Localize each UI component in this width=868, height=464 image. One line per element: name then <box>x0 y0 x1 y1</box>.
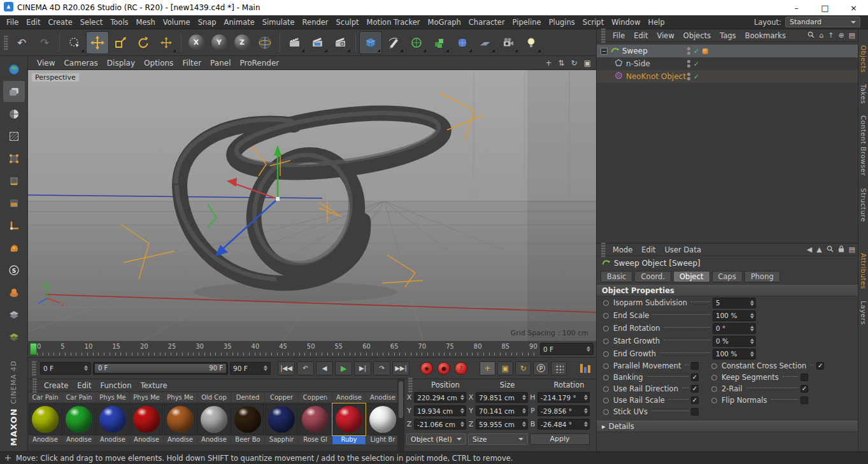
menu-mesh[interactable]: Mesh <box>132 18 159 27</box>
size-x-field[interactable]: 79.851 cm <box>476 392 528 403</box>
position-y-field[interactable]: 19.934 cm <box>414 405 466 416</box>
am-menu-edit[interactable]: Edit <box>637 245 659 254</box>
menu-help[interactable]: Help <box>644 18 669 27</box>
om-menu-edit[interactable]: Edit <box>630 31 651 40</box>
banking-checkbox[interactable]: ✓ <box>691 373 699 381</box>
details-expander[interactable]: ▸Details <box>597 421 858 432</box>
goto-end-button[interactable]: ▶▶| <box>392 361 409 375</box>
am-menu-userdata[interactable]: User Data <box>661 245 705 254</box>
menu-character[interactable]: Character <box>465 18 509 27</box>
am-menu-mode[interactable]: Mode <box>609 245 636 254</box>
timeline-playhead[interactable] <box>30 343 37 355</box>
search-icon[interactable] <box>808 31 815 40</box>
rotation-b-field[interactable]: -26.484 ° <box>537 419 590 430</box>
menu-select[interactable]: Select <box>76 18 106 27</box>
frame-range-slider[interactable]: 0 F90 F <box>93 362 228 375</box>
material-preview[interactable] <box>268 406 295 433</box>
tab-coord[interactable]: Coord. <box>634 271 671 282</box>
key-parameter-toggle[interactable]: P <box>533 361 549 375</box>
menu-window[interactable]: Window <box>608 18 644 27</box>
om-menu-file[interactable]: File <box>609 31 629 40</box>
toggle-view-icon[interactable]: ▣ <box>584 59 591 68</box>
om-menu-objects[interactable]: Objects <box>679 31 715 40</box>
material-item[interactable]: Rose Gl <box>299 403 332 444</box>
lock-icon[interactable] <box>838 245 844 254</box>
material-label[interactable]: Car Pain <box>62 393 96 402</box>
mat-menu-create[interactable]: Create <box>40 381 72 390</box>
deformers-button[interactable] <box>451 31 474 54</box>
material-item[interactable]: Anodise <box>62 403 96 444</box>
coordinate-mode-dropdown[interactable]: Object (Rel) <box>406 433 466 445</box>
menu-edit[interactable]: Edit <box>22 18 44 27</box>
panel-menu-icon[interactable]: ▤ <box>849 245 855 254</box>
enable-axis-icon[interactable] <box>3 215 25 236</box>
next-frame-button[interactable]: ▶| <box>354 361 371 375</box>
material-preview[interactable] <box>302 406 329 433</box>
mat-menu-texture[interactable]: Texture <box>136 381 171 390</box>
parent-up-icon[interactable]: ↑ <box>828 31 834 40</box>
material-label[interactable]: Coppen <box>299 393 332 402</box>
vp-menu-panel[interactable]: Panel <box>206 59 234 68</box>
rotation-p-field[interactable]: -29.856 ° <box>537 405 590 416</box>
polygons-mode-icon[interactable] <box>3 192 25 214</box>
lock-x-axis-button[interactable]: X <box>185 31 208 54</box>
texture-paint-icon[interactable] <box>3 237 25 258</box>
om-menu-view[interactable]: View <box>653 31 678 40</box>
generators-button[interactable] <box>428 31 451 54</box>
rotate-tool[interactable] <box>132 31 155 54</box>
previous-key-button[interactable]: ↶ <box>297 361 314 375</box>
menu-script[interactable]: Script <box>579 18 608 27</box>
tab-attributes[interactable]: Attributes <box>860 247 867 295</box>
material-label[interactable]: Phys Me <box>96 393 129 402</box>
tab-object[interactable]: Object <box>673 271 709 282</box>
live-selection-tool[interactable] <box>63 31 86 54</box>
material-preview[interactable] <box>66 406 92 433</box>
visibility-dots-icon[interactable] <box>687 60 690 68</box>
material-label[interactable]: Dented <box>231 393 264 402</box>
constant-cross-section-checkbox[interactable]: ✓ <box>816 362 824 370</box>
make-editable-icon[interactable] <box>3 59 25 80</box>
keyframe-dot-icon[interactable] <box>603 338 609 344</box>
record-keyframe-button[interactable]: ◉ <box>420 362 433 375</box>
camera-button[interactable] <box>497 31 520 54</box>
tab-structure[interactable]: Structure <box>860 182 867 228</box>
lock-y-axis-button[interactable]: Y <box>208 31 231 54</box>
material-preview[interactable] <box>167 406 194 433</box>
material-item[interactable]: Light Br <box>366 403 399 444</box>
mat-menu-function[interactable]: Function <box>97 381 136 390</box>
layer-stack-alt-icon[interactable] <box>3 326 25 347</box>
close-button[interactable]: × <box>839 0 868 15</box>
orbit-view-icon[interactable]: ↻ <box>571 59 578 68</box>
vp-menu-prorender[interactable]: ProRender <box>236 59 283 68</box>
texture-mode-icon[interactable] <box>3 103 25 124</box>
previous-frame-button[interactable]: ◀ <box>316 361 333 375</box>
object-row-sweep[interactable]: − Sweep ✓ <box>597 45 858 57</box>
tab-content-browser[interactable]: Content Browser <box>860 110 867 182</box>
material-label[interactable]: Copper <box>265 393 298 402</box>
home-icon[interactable]: ⌂ <box>819 31 823 40</box>
spline-pen-button[interactable] <box>382 31 405 54</box>
maximize-button[interactable]: □ <box>811 0 839 15</box>
key-position-toggle[interactable]: + <box>480 361 495 375</box>
mat-menu-edit[interactable]: Edit <box>73 381 95 390</box>
material-preview[interactable] <box>32 406 59 433</box>
next-key-button[interactable]: ↷ <box>373 361 390 375</box>
key-scale-toggle[interactable]: ▣ <box>497 361 513 375</box>
keyframe-dot-icon[interactable] <box>603 313 609 319</box>
render-settings-button[interactable] <box>329 31 352 54</box>
start-growth-field[interactable]: 0 % <box>713 336 756 347</box>
search-icon[interactable] <box>827 245 834 254</box>
use-rail-scale-checkbox[interactable]: ✓ <box>691 396 699 404</box>
object-tag-icon[interactable] <box>702 48 708 54</box>
material-label[interactable]: Car Pain <box>29 393 62 402</box>
keyframe-dot-icon[interactable] <box>603 398 609 403</box>
om-menu-tags[interactable]: Tags <box>716 31 739 40</box>
timeline-layout-button[interactable] <box>580 364 590 373</box>
menu-plugins[interactable]: Plugins <box>545 18 579 27</box>
panel-menu-icon[interactable]: ▤ <box>849 31 855 40</box>
material-preview[interactable] <box>99 406 126 433</box>
history-back-icon[interactable]: ◀ <box>807 245 812 254</box>
points-mode-icon[interactable] <box>3 148 25 169</box>
palette-grip[interactable] <box>4 35 8 50</box>
add-object-icon[interactable]: ⊕ <box>838 31 844 40</box>
